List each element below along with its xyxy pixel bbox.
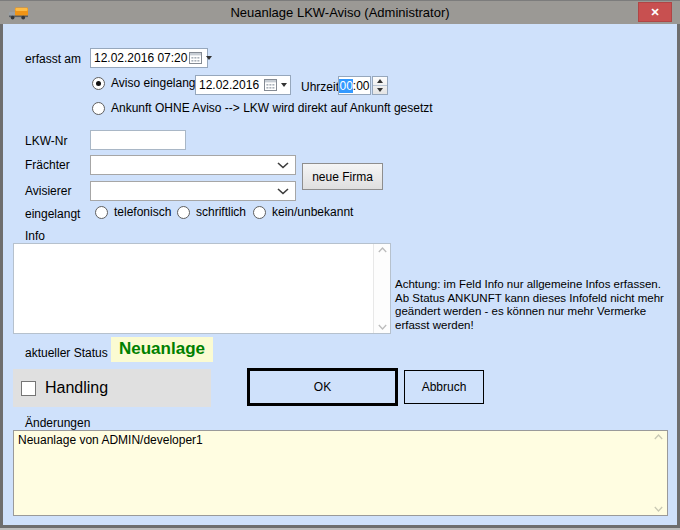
aviso-date-value: 12.02.2016 [199, 78, 262, 92]
neue-firma-button[interactable]: neue Firma [302, 163, 383, 190]
fraechter-combobox[interactable] [90, 155, 296, 175]
erfasst-am-datetime-picker[interactable]: 12.02.2016 07:20 [90, 48, 208, 68]
aenderungen-textarea-wrap: Neuanlage von ADMIN/developer1 [13, 430, 668, 516]
time-spinner [372, 76, 388, 95]
avisierer-combobox[interactable] [90, 181, 296, 201]
aenderungen-label: Änderungen [25, 416, 90, 430]
eingelangt-label: eingelangt [25, 207, 80, 221]
uhrzeit-label: Uhrzeit [301, 80, 339, 94]
aviso-date-picker[interactable]: 12.02.2016 [195, 75, 291, 95]
scroll-down-icon [654, 506, 663, 512]
scroll-down-icon [378, 324, 387, 330]
time-minutes: 00 [356, 79, 369, 93]
info-textarea[interactable] [14, 244, 373, 333]
avisierer-label: Avisierer [25, 184, 71, 198]
aenderungen-scrollbar[interactable] [650, 431, 667, 515]
radio-unselected-icon [95, 206, 108, 219]
handling-checkbox[interactable] [21, 381, 36, 396]
radio-unselected-icon [253, 206, 266, 219]
telefonisch-label: telefonisch [114, 205, 171, 219]
radio-kein-unbekannt[interactable]: kein/unbekannt [253, 205, 353, 219]
chevron-down-icon [281, 83, 287, 87]
schriftlich-label: schriftlich [196, 205, 246, 219]
info-warning-text: Achtung: im Feld Info nur allgemeine Inf… [395, 278, 680, 332]
arrow-down-icon [377, 88, 383, 92]
radio-unselected-icon [177, 206, 190, 219]
calendar-icon [264, 79, 277, 91]
kein-unbekannt-label: kein/unbekannt [272, 205, 353, 219]
scroll-up-icon [378, 247, 387, 253]
arrow-up-icon [377, 79, 383, 83]
spinner-down-button[interactable] [373, 86, 387, 94]
close-icon: ✕ [650, 6, 659, 18]
chevron-down-icon [277, 158, 289, 172]
abbruch-button[interactable]: Abbruch [404, 370, 484, 404]
dialog-body: erfasst am 12.02.2016 07:20 Aviso eingel… [3, 24, 677, 525]
lkw-nr-label: LKW-Nr [25, 134, 67, 148]
info-scrollbar[interactable] [373, 244, 390, 333]
status-label: aktueller Status [25, 346, 108, 360]
scroll-up-icon [654, 434, 663, 440]
radio-schriftlich[interactable]: schriftlich [177, 205, 246, 219]
chevron-down-icon [277, 184, 289, 198]
uhrzeit-time-input[interactable]: 00:00 [338, 76, 371, 95]
info-textarea-wrap [13, 243, 391, 334]
info-label: Info [25, 229, 45, 243]
radio-selected-icon [92, 77, 105, 90]
calendar-icon [189, 52, 202, 64]
spinner-up-button[interactable] [373, 77, 387, 86]
ankunft-option-label: Ankunft OHNE Aviso --> LKW wird direkt a… [111, 101, 433, 115]
erfasst-am-label: erfasst am [25, 52, 81, 66]
ok-button[interactable]: OK [247, 368, 398, 406]
chevron-down-icon [206, 56, 212, 60]
fraechter-label: Frächter [25, 158, 70, 172]
time-hours: 00 [339, 79, 352, 93]
close-button[interactable]: ✕ [638, 2, 672, 22]
status-badge: Neuanlage [111, 337, 213, 362]
handling-panel: Handling [13, 369, 211, 407]
handling-label: Handling [45, 379, 108, 397]
aenderungen-textarea[interactable]: Neuanlage von ADMIN/developer1 [14, 431, 650, 515]
titlebar[interactable]: Neuanlage LKW-Aviso (Administrator) ✕ [0, 0, 680, 24]
window-title: Neuanlage LKW-Aviso (Administrator) [0, 5, 680, 20]
radio-aviso-eingelangt[interactable]: Aviso eingelangt [92, 76, 199, 90]
dialog-window: Neuanlage LKW-Aviso (Administrator) ✕ er… [0, 0, 680, 530]
radio-unselected-icon [92, 102, 105, 115]
radio-ankunft-ohne-aviso[interactable]: Ankunft OHNE Aviso --> LKW wird direkt a… [92, 101, 433, 115]
erfasst-am-value: 12.02.2016 07:20 [94, 51, 187, 65]
radio-telefonisch[interactable]: telefonisch [95, 205, 171, 219]
aviso-option-label: Aviso eingelangt [111, 76, 199, 90]
lkw-nr-input[interactable] [90, 130, 186, 150]
